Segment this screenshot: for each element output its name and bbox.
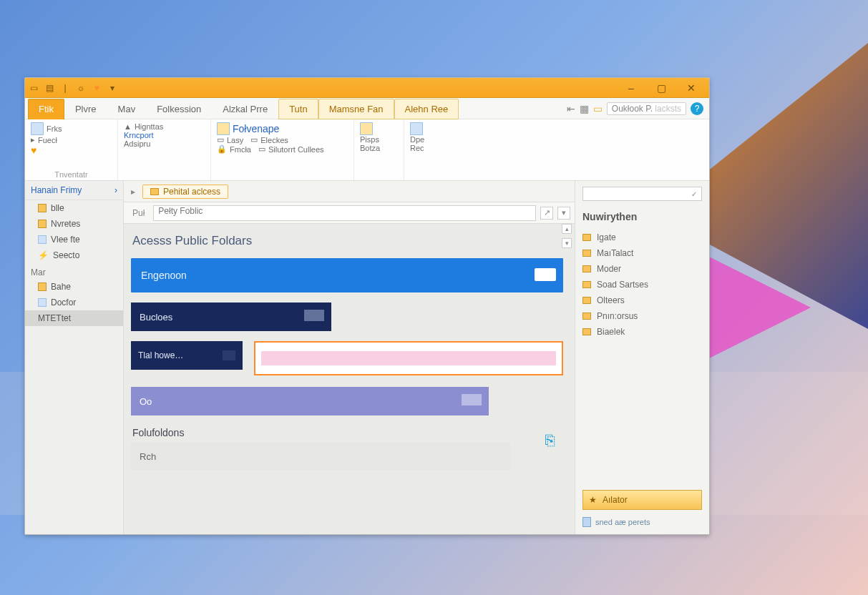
rail-item[interactable]: Moder [582,262,702,275]
help-icon[interactable]: ? [691,102,703,115]
sync-icon: ⎘ [545,431,555,450]
app-window: ▭ ▤ | ☼ ♥ ▾ – ▢ ✕ Ftik Plvre Mav Folkess… [24,77,710,535]
nav-item[interactable]: Nvretes [25,216,123,232]
folder-row[interactable]: Oo [131,387,489,415]
folder-icon [582,297,591,304]
ribbon-btn-cullees[interactable]: ▭ Silutorrt Cullees [258,144,324,154]
right-panel: ✓ Nuwirythen Igate MaıTalact Moder Soad … [575,181,709,534]
tab-file[interactable]: Ftik [28,99,64,119]
breadcrumb-item[interactable]: Pehital aclcess [142,185,228,199]
app-title: Oukłook P. lacksts [607,102,686,115]
ribbon-btn-eleckes[interactable]: ▭ Eleckes [250,135,288,144]
nav-header[interactable]: Hanain Frimy › [25,181,123,200]
note-icon: ▭ [593,103,603,114]
tab-alzkal[interactable]: Alzkal Prre [212,99,278,119]
folder-row[interactable]: Rch [131,443,510,470]
tag-icon [304,310,324,321]
ribbon-btn-fmcla[interactable]: 🔒 Fmcła [217,144,251,154]
doc-icon: ▤ [44,82,55,94]
rail-item[interactable]: MaıTalact [582,247,702,260]
chevron-down-icon[interactable]: ▾ [107,82,118,94]
scroll-up-icon[interactable]: ▴ [562,224,572,234]
folder-icon [38,282,47,291]
dropdown-icon[interactable]: ▾ [557,207,570,220]
breadcrumb-root[interactable]: ▸ [128,187,138,197]
folder-icon [582,234,591,241]
folder-icon [38,298,47,307]
bolt-icon: ⚡ [38,250,49,260]
folder-icon [38,220,47,228]
tab-plvre[interactable]: Plvre [64,99,107,119]
arrow-left-icon[interactable]: ⇤ [567,103,575,114]
tab-mav[interactable]: Mav [107,99,147,119]
ribbon-lbl-pisps: Pisps [360,135,379,144]
nav-item[interactable]: Bahe [25,279,123,295]
tab-folk[interactable]: Folkession [146,99,212,119]
ribbon-tabs: Ftik Plvre Mav Folkession Alzkal Prre Tu… [25,98,709,119]
main-area: ▸ Pehital aclcess Puł Pełty Foblic ↗ ▾ A… [124,181,575,534]
tab-mamse[interactable]: Mamsne Fan [318,99,394,119]
nav-item[interactable]: Docfor [25,295,123,310]
folder-icon [38,235,47,244]
ribbon-lbl-rec: Rec [410,144,424,152]
tag-icon [223,350,235,360]
promo-button[interactable]: ★ Aılator [582,490,702,510]
ribbon-lbl-botza: Botza [360,144,380,152]
tab-tutn[interactable]: Tutn [278,99,318,119]
highlighted-input[interactable] [254,341,563,375]
folder-icon [582,281,591,288]
rail-item[interactable]: Biaelek [582,325,702,338]
maximize-button[interactable]: ▢ [646,79,676,97]
titlebar: ▭ ▤ | ☼ ♥ ▾ – ▢ ✕ [25,78,709,98]
ribbon-btn-krncport[interactable]: Krncport [124,131,154,139]
ribbon-btn-frks[interactable]: Frks [31,122,62,135]
rail-footer[interactable]: sned aæ perets [582,513,702,527]
page-title: Acesss Public Foldars [132,234,563,248]
breadcrumb: ▸ Pehital aclcess [124,181,575,202]
folder-icon [582,250,591,257]
minimize-button[interactable]: – [616,79,646,97]
filter-dropdown[interactable]: ✓ [582,187,702,201]
close-button[interactable]: ✕ [676,79,706,97]
folder-icon [38,204,47,212]
nav-section: Mar [25,263,123,279]
ribbon-btn-adsipru[interactable]: Adsipru [124,139,150,148]
folder-icon [582,313,591,320]
nav-item[interactable]: Vlee fte [25,232,123,247]
nav-item[interactable]: ⚡Seecto [25,247,123,263]
nav-item-selected[interactable]: MTETtet [25,310,123,326]
ribbon-btn-dpe[interactable] [410,122,423,135]
layout-icon[interactable]: ▦ [580,103,589,114]
folder-row[interactable]: Bucloes [131,303,331,331]
rail-item[interactable]: Pnın:orsus [582,310,702,323]
tab-alehn[interactable]: Alehn Ree [394,99,459,119]
rail-item[interactable]: Igate [582,231,702,244]
ribbon-btn-folvenape[interactable]: Fołvenape [217,122,279,135]
heart-icon: ♥ [31,144,36,156]
window-icon: ▭ [28,82,39,94]
nav-item[interactable]: blle [25,200,123,216]
rail-item[interactable]: Soad Sartses [582,278,702,291]
ribbon-btn-pisps[interactable] [360,122,373,135]
folder-icon [150,188,159,195]
ribbon-btn-lasy[interactable]: ▭ Lasy [217,135,243,144]
folder-row[interactable]: Tlal howe… [131,341,243,370]
search-scope[interactable]: Puł [128,208,149,218]
search-row: Puł Pełty Foblic ↗ ▾ [124,202,575,224]
sun-icon[interactable]: ☼ [75,82,87,94]
search-input[interactable]: Pełty Foblic [153,205,536,221]
rail-item[interactable]: Olteers [582,294,702,307]
folder-row[interactable]: Engenoon [131,258,563,292]
heart-icon[interactable]: ♥ [91,82,102,94]
ribbon-lbl-dpe: Dpe [410,135,424,144]
quick-access-toolbar: ▭ ▤ | ☼ ♥ ▾ [28,82,118,94]
ribbon-btn-hightas[interactable]: ▲ Hignttas [124,122,163,131]
scroll-opts-icon[interactable]: ▾ [562,238,572,248]
chevron-right-icon: › [114,185,117,195]
separator-icon: | [59,82,71,94]
doc-icon [582,517,591,527]
tag-icon [462,394,482,405]
ribbon-btn-fuecl[interactable]: ▸ Fuecł [31,135,57,144]
scrollbar[interactable]: ▴ ▾ [562,224,572,534]
expand-icon[interactable]: ↗ [540,207,553,220]
